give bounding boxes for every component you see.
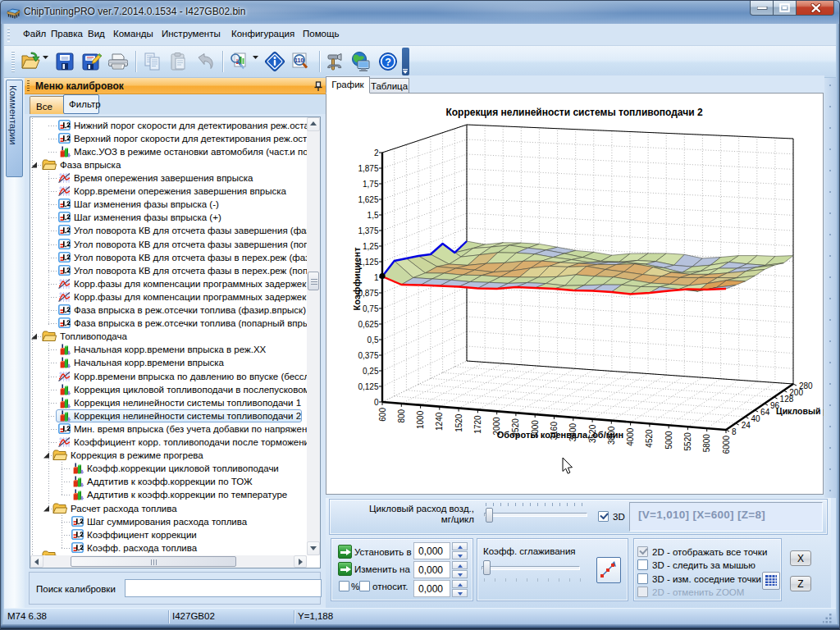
svg-text:0,75: 0,75 bbox=[363, 304, 379, 313]
svg-text:0,625: 0,625 bbox=[358, 320, 378, 329]
svg-text:1,5: 1,5 bbox=[368, 211, 379, 220]
svg-text:Цикловый расход: Цикловый расход bbox=[776, 406, 824, 416]
svg-text:1,75: 1,75 bbox=[363, 180, 379, 189]
svg-text:1: 1 bbox=[374, 273, 379, 282]
svg-text:0,5: 0,5 bbox=[368, 336, 379, 345]
svg-text:1,625: 1,625 bbox=[358, 195, 378, 204]
svg-text:0,125: 0,125 bbox=[358, 382, 378, 391]
svg-text:64: 64 bbox=[760, 408, 770, 417]
svg-text:600: 600 bbox=[378, 408, 387, 422]
svg-text:?: ? bbox=[385, 57, 391, 68]
svg-text:6000: 6000 bbox=[722, 436, 731, 454]
svg-text:280: 280 bbox=[799, 381, 813, 390]
svg-text:1240: 1240 bbox=[435, 412, 444, 431]
svg-text:40: 40 bbox=[751, 414, 760, 423]
svg-text:4520: 4520 bbox=[646, 429, 655, 448]
svg-text:1720: 1720 bbox=[473, 415, 482, 434]
svg-text:1000: 1000 bbox=[416, 410, 425, 429]
svg-text:0: 0 bbox=[374, 398, 379, 407]
svg-text:24: 24 bbox=[742, 421, 751, 430]
svg-text:1520: 1520 bbox=[454, 413, 463, 432]
svg-text:Коррекция нелинейности системы: Коррекция нелинейности системы топливопо… bbox=[445, 107, 702, 118]
svg-text:2: 2 bbox=[374, 148, 379, 158]
svg-text:800: 800 bbox=[397, 409, 406, 422]
svg-text:1,375: 1,375 bbox=[358, 226, 378, 235]
svg-text:Коэффициент: Коэффициент bbox=[352, 247, 362, 311]
svg-text:4000: 4000 bbox=[626, 427, 635, 446]
svg-text:8: 8 bbox=[732, 427, 737, 436]
svg-text:5000: 5000 bbox=[664, 431, 673, 450]
svg-text:0,375: 0,375 bbox=[358, 351, 378, 360]
svg-text:110: 110 bbox=[294, 57, 304, 63]
svg-text:1,25: 1,25 bbox=[363, 242, 379, 251]
svg-text:Обороты коленвала, об/мин: Обороты коленвала, об/мин bbox=[497, 430, 624, 440]
svg-text:5800: 5800 bbox=[702, 434, 711, 453]
svg-text:5520: 5520 bbox=[683, 432, 692, 451]
svg-text:1,875: 1,875 bbox=[358, 164, 378, 173]
svg-text:0,25: 0,25 bbox=[363, 367, 379, 376]
